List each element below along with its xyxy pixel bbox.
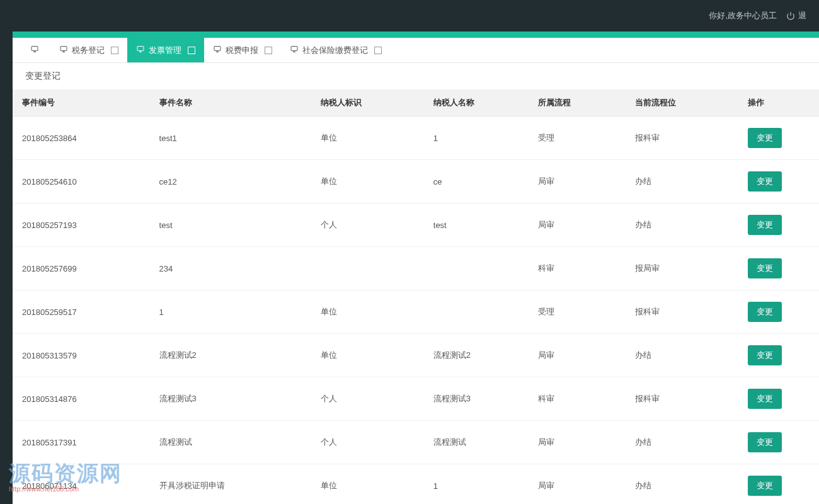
table-row: 201805317391 流程测试 个人 流程测试 局审 办结 变更 (13, 421, 819, 464)
monitor-icon (213, 45, 222, 55)
cell-taxpayer-tag: 单位 (311, 117, 424, 160)
table-row: 201805254610 ce12 单位 ce 局审 办结 变更 (13, 160, 819, 203)
monitor-icon (30, 45, 39, 55)
accent-strip (13, 32, 819, 38)
cell-stage: 报科审 (626, 377, 738, 421)
th-operation: 操作 (738, 89, 819, 117)
cell-operation: 变更 (738, 203, 819, 247)
tab-item[interactable]: 税费申报 (204, 38, 281, 62)
th-event-id: 事件编号 (13, 89, 150, 117)
cell-process: 科审 (529, 247, 626, 290)
cell-taxpayer-name: ce (424, 160, 529, 203)
cell-event-id: 201805317391 (13, 421, 150, 464)
cell-operation: 变更 (738, 290, 819, 334)
cell-operation: 变更 (738, 334, 819, 377)
change-button[interactable]: 变更 (748, 389, 782, 409)
table-row: 201805257699 234 科审 报局审 变更 (13, 247, 819, 290)
table-row: 201806071134 开具涉税证明申请 单位 1 局审 办结 变更 (13, 464, 819, 505)
cell-event-id: 201805313579 (13, 334, 150, 377)
top-header: 你好,政务中心员工 退 (0, 0, 819, 32)
change-button[interactable]: 变更 (748, 345, 782, 365)
cell-taxpayer-tag: 单位 (311, 464, 424, 505)
cell-stage: 办结 (626, 421, 738, 464)
cell-event-name: 1 (150, 290, 311, 334)
cell-taxpayer-tag: 单位 (311, 160, 424, 203)
cell-stage: 办结 (626, 160, 738, 203)
cell-event-id: 201805254610 (13, 160, 150, 203)
cell-operation: 变更 (738, 421, 819, 464)
cell-event-name: 流程测试 (150, 421, 311, 464)
table-header-row: 事件编号 事件名称 纳税人标识 纳税人名称 所属流程 当前流程位 操作 (13, 89, 819, 117)
cell-stage: 办结 (626, 334, 738, 377)
logout-button[interactable]: 退 (786, 10, 806, 21)
data-table: 事件编号 事件名称 纳税人标识 纳税人名称 所属流程 当前流程位 操作 2018… (13, 89, 819, 504)
cell-operation: 变更 (738, 247, 819, 290)
th-taxpayer-tag: 纳税人标识 (311, 89, 424, 117)
tab-item[interactable]: 税务登记 (50, 38, 127, 62)
tab-close-icon[interactable] (374, 47, 382, 54)
tab-close-icon[interactable] (188, 47, 195, 54)
cell-taxpayer-tag: 个人 (311, 421, 424, 464)
tab-item[interactable]: 发票管理 (127, 38, 204, 62)
monitor-icon (290, 45, 299, 55)
cell-event-id: 201805257193 (13, 203, 150, 247)
table-row: 201805313579 流程测试2 单位 流程测试2 局审 办结 变更 (13, 334, 819, 377)
power-icon (786, 11, 795, 20)
table-row: 201805257193 test 个人 test 局审 办结 变更 (13, 203, 819, 247)
cell-operation: 变更 (738, 377, 819, 421)
cell-event-name: 234 (150, 247, 311, 290)
th-event-name: 事件名称 (150, 89, 311, 117)
tab-label: 发票管理 (149, 45, 181, 56)
user-greeting: 你好,政务中心员工 (709, 10, 777, 21)
change-button[interactable]: 变更 (748, 432, 782, 452)
cell-taxpayer-name: 流程测试3 (424, 377, 529, 421)
cell-taxpayer-name: test (424, 203, 529, 247)
svg-rect-1 (32, 47, 38, 51)
cell-operation: 变更 (738, 160, 819, 203)
cell-process: 局审 (529, 464, 626, 505)
cell-taxpayer-name: 流程测试 (424, 421, 529, 464)
change-button[interactable]: 变更 (748, 476, 782, 496)
cell-operation: 变更 (738, 117, 819, 160)
th-stage: 当前流程位 (626, 89, 738, 117)
cell-stage: 办结 (626, 464, 738, 505)
change-button[interactable]: 变更 (748, 258, 782, 278)
cell-stage: 报科审 (626, 290, 738, 334)
cell-process: 受理 (529, 117, 626, 160)
cell-process: 局审 (529, 203, 626, 247)
cell-event-id: 201805253864 (13, 117, 150, 160)
tab-item[interactable]: 社会保险缴费登记 (281, 38, 391, 62)
cell-event-id: 201806071134 (13, 464, 150, 505)
cell-event-name: ce12 (150, 160, 311, 203)
cell-taxpayer-tag (311, 247, 424, 290)
cell-event-name: test1 (150, 117, 311, 160)
table-row: 201805314876 流程测试3 个人 流程测试3 科审 报科审 变更 (13, 377, 819, 421)
cell-process: 局审 (529, 334, 626, 377)
cell-taxpayer-tag: 个人 (311, 203, 424, 247)
tab-home[interactable] (19, 38, 50, 62)
cell-taxpayer-name: 流程测试2 (424, 334, 529, 377)
tab-close-icon[interactable] (111, 47, 118, 54)
cell-event-id: 201805314876 (13, 377, 150, 421)
cell-event-id: 201805257699 (13, 247, 150, 290)
cell-taxpayer-tag: 单位 (311, 290, 424, 334)
change-button[interactable]: 变更 (748, 128, 782, 148)
tab-label: 社会保险缴费登记 (302, 45, 368, 56)
cell-stage: 报局审 (626, 247, 738, 290)
svg-rect-13 (291, 47, 297, 51)
cell-process: 局审 (529, 421, 626, 464)
cell-stage: 办结 (626, 203, 738, 247)
change-button[interactable]: 变更 (748, 215, 782, 235)
tab-close-icon[interactable] (265, 47, 272, 54)
cell-process: 局审 (529, 160, 626, 203)
cell-event-id: 201805259517 (13, 290, 150, 334)
cell-taxpayer-name: 1 (424, 117, 529, 160)
change-button[interactable]: 变更 (748, 171, 782, 192)
cell-event-name: test (150, 203, 311, 247)
change-button[interactable]: 变更 (748, 302, 782, 322)
table-body: 201805253864 test1 单位 1 受理 报科审 变更 201805… (13, 117, 819, 505)
cell-taxpayer-tag: 单位 (311, 334, 424, 377)
th-taxpayer-name: 纳税人名称 (424, 89, 529, 117)
tab-label: 税务登记 (72, 45, 105, 56)
th-process: 所属流程 (529, 89, 626, 117)
